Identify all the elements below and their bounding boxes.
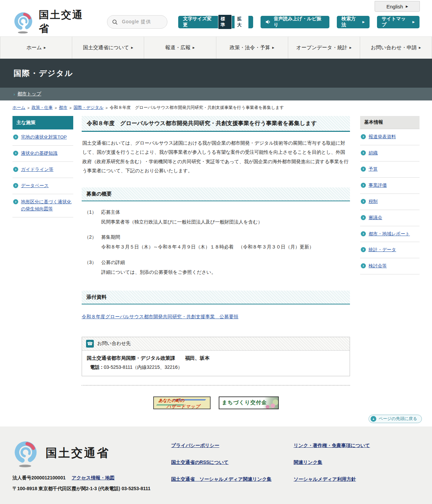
sidebar-item-label: 報道発表資料: [369, 134, 396, 141]
search-icon: [112, 19, 118, 25]
sidebar-item-guidelines[interactable]: › ガイドライン等: [12, 162, 73, 178]
footer-logo[interactable]: 国土交通省: [12, 439, 171, 468]
overview-item-body: 令和８年３月５日（木）～令和８年４月９日（木）１８時必着 （令和８年３月３０日（…: [101, 243, 314, 251]
sitemap-button[interactable]: サイトマップ ▶: [377, 16, 420, 28]
sidebar-item-label: 液状化の基礎知識: [21, 150, 57, 157]
sidebar-item-tax[interactable]: › 税制: [360, 194, 420, 210]
font-large-button[interactable]: 拡大: [235, 14, 248, 29]
chevron-circle-icon: ›: [361, 263, 366, 268]
footer-link-rss[interactable]: 国土交通省のRSSについて: [171, 459, 228, 465]
arrow-right-icon: ▶: [362, 20, 365, 24]
footer-link-privacy[interactable]: プライバシーポリシー: [171, 443, 219, 448]
english-button[interactable]: English ▶: [375, 1, 420, 12]
sidebar-item-council[interactable]: › 審議会: [360, 210, 420, 226]
nav-label: お問い合わせ・申請: [371, 45, 417, 51]
breadcrumb-international[interactable]: 国際・デジタル: [74, 105, 104, 111]
city-top-link[interactable]: 都市トップ: [17, 91, 41, 97]
site-logo[interactable]: 国土交通省: [12, 8, 93, 36]
nav-item-policy[interactable]: 政策・法令・予算 ▶: [216, 37, 288, 59]
breadcrumb-policy[interactable]: 政策・仕事: [32, 105, 53, 111]
nav-item-home[interactable]: ホーム ▶: [0, 37, 72, 59]
breadcrumb-home[interactable]: ホーム: [12, 105, 25, 111]
hazard-map-banner[interactable]: あなたの町の ハザードマップ: [153, 396, 211, 409]
nav-item-press[interactable]: 報道・広報 ▶: [144, 37, 216, 59]
footer-link-copyright-policy[interactable]: リンク・著作権・免責事項について: [294, 443, 370, 448]
chevron-circle-icon: ›: [13, 183, 18, 188]
footer-link-related[interactable]: 関連リンク集: [294, 459, 322, 465]
chevron-circle-icon: ›: [361, 231, 366, 236]
mlit-logo-icon: [12, 439, 39, 468]
sidebar-item-city-report[interactable]: › 都市・地域レポート: [360, 226, 420, 242]
sidebar-item-study-groups[interactable]: › 検討会等: [360, 258, 420, 274]
arrow-right-icon: ▶: [193, 46, 195, 49]
machizukuri-grant-banner[interactable]: まちづくり交付金: [219, 396, 279, 409]
english-label: English: [386, 4, 403, 9]
sidebar-item-database[interactable]: › データベース: [12, 178, 73, 194]
nav-label: オープンデータ・統計: [296, 45, 348, 51]
overview-item-body: 民間事業者等（独立行政法人並びに一般社団法人及び一般財団法人を含む）: [101, 218, 263, 226]
banner-row: あなたの町の ハザードマップ まちづくり交付金: [82, 396, 350, 409]
search-provider-text: Google 提供: [122, 19, 151, 25]
overview-item-number: （2）: [82, 234, 101, 251]
chevron-right-icon: ›: [14, 92, 15, 97]
site-header: English ▶ 国土交通省 Google 提供 文字サイズ変更: [0, 0, 432, 36]
chevron-circle-icon: ›: [13, 135, 18, 140]
hero-title: 国際・デジタル: [14, 68, 73, 79]
sidebar-item-statistics[interactable]: › 統計・データ: [360, 242, 420, 258]
sidebar-item-liquefaction-top[interactable]: › 宅地の液状化対策TOP: [12, 129, 73, 146]
sidebar-item-budget[interactable]: › 予算: [360, 161, 420, 178]
sidebar-item-label: 税制: [369, 198, 378, 205]
back-to-top-label: ページの先頭に戻る: [379, 416, 417, 422]
sidebar-item-basics[interactable]: › 液状化の基礎知識: [12, 146, 73, 162]
breadcrumb-city[interactable]: 都市: [59, 105, 67, 111]
sidebar-item-organization[interactable]: › 組織: [360, 145, 420, 161]
search-method-label: 検索方法: [342, 16, 360, 28]
nav-label: ホーム: [26, 45, 42, 51]
nav-label: 政策・法令・予算: [230, 45, 270, 51]
overview-item-title: 公募の詳細: [101, 260, 216, 266]
overview-item-2: （2） 募集期間 令和８年３月５日（木）～令和８年４月９日（木）１８時必着 （令…: [82, 234, 350, 251]
access-info-link[interactable]: アクセス情報・地図: [72, 475, 114, 480]
footer-logo-text: 国土交通省: [46, 445, 110, 461]
sidebar-item-label: データベース: [21, 182, 49, 189]
nav-item-contact[interactable]: お問い合わせ・申請 ▶: [360, 37, 432, 59]
voice-reading-label: 音声読み上げ・ルビ振り: [274, 16, 325, 28]
nav-label: 報道・広報: [165, 45, 191, 51]
nav-item-opendata[interactable]: オープンデータ・統計 ▶: [288, 37, 360, 59]
chevron-circle-icon: ›: [361, 134, 366, 139]
overview-item-number: （3）: [82, 260, 101, 276]
nav-item-about[interactable]: 国土交通省について ▶: [72, 37, 144, 59]
hazard-map-banner-line2: ハザードマップ: [167, 404, 210, 409]
font-standard-button[interactable]: 標準: [218, 14, 232, 29]
footer-link-social-links[interactable]: 国土交通省 ソーシャルメディア関連リンク集: [171, 476, 272, 482]
page-title: 令和８年度 グローバルサウス都市開発共同研究・共創支援事業を行う事業者を募集しま…: [82, 116, 350, 132]
overview-item-title: 募集期間: [101, 234, 314, 240]
attachment-link[interactable]: 令和８年度グローバルサウス都市開発共同研究・共創支援事業 公募要領: [82, 314, 238, 320]
chevron-circle-icon: ›: [361, 247, 366, 252]
arrow-right-icon: ▶: [406, 5, 408, 8]
voice-reading-button[interactable]: 音声読み上げ・ルビ振り: [261, 16, 329, 28]
sidebar-item-label: 宅地の液状化対策TOP: [21, 134, 67, 141]
chevron-circle-icon: ›: [361, 150, 366, 155]
sidebar-right-title: 基本情報: [360, 116, 420, 129]
contact-department: 国土交通省都市局国際・デジタル政策課 福田、坂本: [87, 355, 345, 361]
sidebar-item-press-materials[interactable]: › 報道発表資料: [360, 129, 420, 145]
search-input[interactable]: Google 提供: [107, 15, 167, 29]
arrow-right-icon: ▶: [44, 46, 46, 49]
sidebar-item-terrain-map[interactable]: › 地形区分に基づく液状化の発生傾向図等: [12, 194, 73, 217]
footer-link-social-policy[interactable]: ソーシャルメディア利用方針: [294, 476, 356, 482]
site-logo-text: 国土交通省: [39, 8, 93, 36]
sidebar-item-evaluation[interactable]: › 事業評価: [360, 178, 420, 194]
chevron-circle-icon: ›: [13, 151, 18, 156]
contact-phone-value: 03-5253-8111（内線32215、32216）: [104, 364, 182, 370]
back-to-top-button[interactable]: ▲ ページの先頭に戻る: [369, 415, 422, 423]
main-content: 令和８年度 グローバルサウス都市開発共同研究・共創支援事業を行う事業者を募集しま…: [82, 116, 350, 409]
mlit-logo-icon: [12, 10, 34, 34]
dotted-divider: [82, 385, 350, 386]
contact-phone: 電話 : 03-5253-8111（内線32215、32216）: [87, 364, 345, 370]
arrow-right-icon: ▶: [412, 20, 415, 24]
search-method-button[interactable]: 検索方法 ▶: [337, 16, 370, 28]
sidebar-item-label: 地形区分に基づく液状化の発生傾向図等: [21, 199, 72, 213]
sidebar-item-label: ガイドライン等: [21, 166, 53, 173]
sidebar-item-label: 予算: [369, 166, 378, 173]
